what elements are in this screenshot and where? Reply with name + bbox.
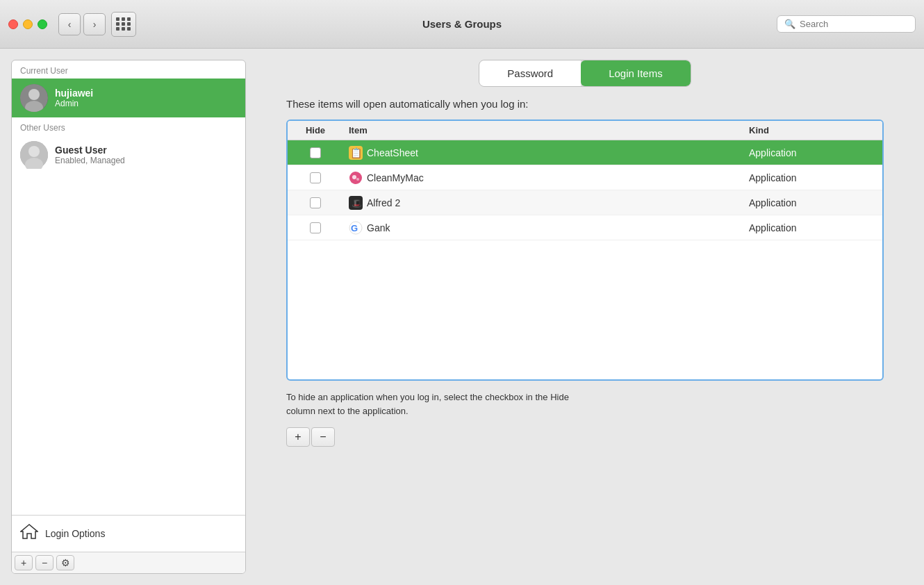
current-user-item[interactable]: hujiawei Admin <box>12 79 245 117</box>
grid-icon <box>116 17 131 31</box>
table-row[interactable]: 🎩 Alfred 2 Application <box>288 190 882 215</box>
item-cell-4: G Gank <box>343 221 743 235</box>
search-input[interactable] <box>800 19 908 29</box>
titlebar: ‹ › Users & Groups 🔍 <box>0 0 924 49</box>
remove-item-button[interactable]: − <box>311 427 335 447</box>
column-kind: Kind <box>743 125 882 135</box>
alfred-icon: 🎩 <box>349 196 363 210</box>
login-options-item[interactable]: Login Options <box>12 515 245 552</box>
options-button[interactable]: ⚙ <box>56 555 74 570</box>
checkbox-3[interactable] <box>310 197 321 208</box>
svg-marker-6 <box>21 525 38 538</box>
traffic-lights <box>8 19 47 29</box>
other-users-label: Other Users <box>12 117 245 135</box>
svg-point-9 <box>356 178 359 181</box>
tab-login-items[interactable]: Login Items <box>581 60 691 86</box>
grid-view-button[interactable] <box>111 12 136 37</box>
main-content: Current User hujiawei Admin Other Users <box>0 49 924 585</box>
guest-user-info: Guest User Enabled, Managed <box>55 145 125 165</box>
search-icon: 🔍 <box>784 19 795 29</box>
column-hide: Hide <box>288 125 343 135</box>
cleanmymac-icon <box>349 171 363 185</box>
gank-icon: G <box>349 221 363 235</box>
tab-bar: Password Login Items <box>479 60 691 87</box>
current-user-label: Current User <box>12 60 245 79</box>
item-cell-1: 📋 CheatSheet <box>343 146 743 160</box>
table-row[interactable]: G Gank Application <box>288 215 882 240</box>
hide-cell-1 <box>288 147 343 158</box>
guest-user-avatar <box>20 141 48 169</box>
nav-buttons: ‹ › <box>58 13 106 35</box>
hide-cell-3 <box>288 197 343 208</box>
sidebar: Current User hujiawei Admin Other Users <box>11 60 246 574</box>
item-name-3: Alfred 2 <box>367 197 400 208</box>
checkbox-4[interactable] <box>310 222 321 233</box>
back-button[interactable]: ‹ <box>58 13 81 35</box>
kind-cell-3: Application <box>743 197 882 208</box>
current-user-avatar <box>20 84 48 112</box>
right-panel: Password Login Items These items will op… <box>257 60 913 574</box>
close-button[interactable] <box>8 19 18 29</box>
cheatsheet-icon: 📋 <box>349 146 363 160</box>
kind-cell-2: Application <box>743 172 882 183</box>
item-cell-3: 🎩 Alfred 2 <box>343 196 743 210</box>
table-empty-area <box>288 240 882 379</box>
guest-user-name: Guest User <box>55 145 125 156</box>
svg-point-4 <box>28 146 40 157</box>
login-options-label: Login Options <box>45 528 105 539</box>
table-row[interactable]: 📋 CheatSheet Application <box>288 140 882 165</box>
items-table: Hide Item Kind 📋 CheatSheet Applic <box>286 120 884 381</box>
bottom-toolbar: + − <box>286 427 884 447</box>
svg-point-1 <box>28 89 40 100</box>
house-icon <box>20 522 38 545</box>
item-name-1: CheatSheet <box>367 147 418 158</box>
svg-text:🎩: 🎩 <box>352 198 362 208</box>
sidebar-toolbar: + − ⚙ <box>12 552 245 573</box>
minimize-button[interactable] <box>23 19 33 29</box>
help-text: To hide an application when you log in, … <box>286 390 884 418</box>
item-kind-3: Application <box>749 197 797 208</box>
checkbox-1[interactable] <box>310 147 321 158</box>
tab-password[interactable]: Password <box>479 60 581 86</box>
add-item-button[interactable]: + <box>286 427 310 447</box>
item-name-4: Gank <box>367 222 390 233</box>
login-items-content: These items will open automatically when… <box>286 98 884 447</box>
item-kind-2: Application <box>749 172 797 183</box>
current-user-name: hujiawei <box>55 88 93 99</box>
search-bar[interactable]: 🔍 <box>777 15 916 33</box>
kind-cell-4: Application <box>743 222 882 233</box>
add-user-button[interactable]: + <box>15 555 33 570</box>
current-user-info: hujiawei Admin <box>55 88 93 108</box>
checkbox-2[interactable] <box>310 172 321 183</box>
column-item: Item <box>343 125 743 135</box>
description-text: These items will open automatically when… <box>286 98 884 110</box>
item-cell-2: CleanMyMac <box>343 171 743 185</box>
current-user-role: Admin <box>55 99 93 108</box>
fullscreen-button[interactable] <box>38 19 47 29</box>
kind-cell-1: Application <box>743 147 882 158</box>
table-header: Hide Item Kind <box>288 121 882 140</box>
item-name-2: CleanMyMac <box>367 172 424 183</box>
window-title: Users & Groups <box>422 18 502 30</box>
remove-user-button[interactable]: − <box>35 555 53 570</box>
item-kind-4: Application <box>749 222 797 233</box>
svg-point-8 <box>352 175 356 179</box>
table-row[interactable]: CleanMyMac Application <box>288 165 882 190</box>
svg-text:G: G <box>351 223 358 233</box>
guest-user-status: Enabled, Managed <box>55 156 125 165</box>
forward-button[interactable]: › <box>83 13 106 35</box>
guest-user-item[interactable]: Guest User Enabled, Managed <box>12 135 245 174</box>
hide-cell-4 <box>288 222 343 233</box>
item-kind-1: Application <box>749 147 797 158</box>
hide-cell-2 <box>288 172 343 183</box>
